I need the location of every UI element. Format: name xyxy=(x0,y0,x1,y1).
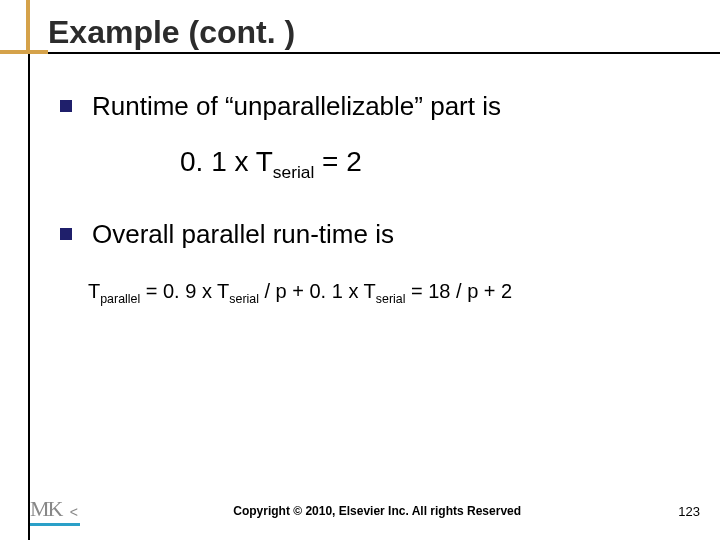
slide-title: Example (cont. ) xyxy=(48,14,295,51)
chevron-left-icon: < xyxy=(70,504,78,520)
eq-text: = 0. 9 x T xyxy=(140,280,229,302)
eq-text: 0. 1 x T xyxy=(180,146,273,177)
logo-text: MK xyxy=(30,496,61,521)
vertical-rule-accent xyxy=(26,0,30,52)
horizontal-rule xyxy=(0,52,720,54)
bullet-text: Runtime of “unparallelizable” part is xyxy=(92,90,501,124)
eq-text: = 2 xyxy=(314,146,361,177)
horizontal-rule-accent xyxy=(0,50,48,54)
square-bullet-icon xyxy=(60,100,72,112)
eq-subscript: serial xyxy=(376,292,406,306)
page-number: 123 xyxy=(678,504,700,519)
square-bullet-icon xyxy=(60,228,72,240)
eq-subscript: serial xyxy=(229,292,259,306)
equation-unparallelizable: 0. 1 x Tserial = 2 xyxy=(180,146,680,183)
eq-text: T xyxy=(88,280,100,302)
bullet-item: Overall parallel run-time is xyxy=(60,218,680,252)
vertical-rule xyxy=(28,0,30,540)
publisher-logo: MK < xyxy=(30,496,76,526)
bullet-text: Overall parallel run-time is xyxy=(92,218,394,252)
eq-text: = 18 / p + 2 xyxy=(405,280,512,302)
eq-subscript: parallel xyxy=(100,292,140,306)
logo-underline xyxy=(30,523,80,526)
slide-content: Runtime of “unparallelizable” part is 0.… xyxy=(60,90,680,306)
bullet-item: Runtime of “unparallelizable” part is xyxy=(60,90,680,124)
slide-footer: MK < Copyright © 2010, Elsevier Inc. All… xyxy=(0,496,720,526)
eq-subscript: serial xyxy=(273,161,314,181)
eq-text: / p + 0. 1 x T xyxy=(259,280,376,302)
equation-parallel-runtime: Tparallel = 0. 9 x Tserial / p + 0. 1 x … xyxy=(88,280,680,306)
copyright-text: Copyright © 2010, Elsevier Inc. All righ… xyxy=(76,504,678,518)
